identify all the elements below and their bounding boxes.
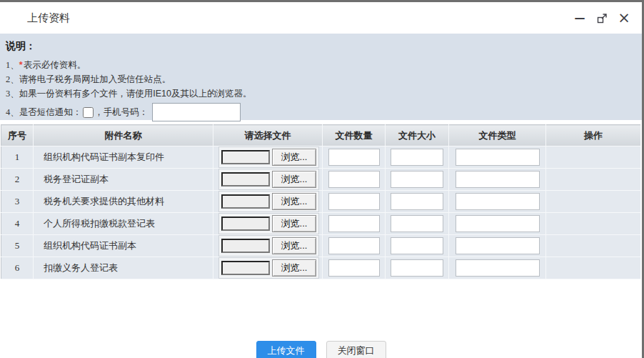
file-path-field[interactable] — [221, 217, 270, 231]
instruction-text: 表示必传资料。 — [24, 60, 86, 70]
maximize-icon[interactable] — [594, 10, 610, 26]
expand-icon — [597, 13, 608, 24]
file-count-field[interactable] — [328, 171, 380, 188]
header-seq: 序号 — [1, 125, 34, 146]
file-path-field[interactable] — [221, 150, 270, 164]
browse-button[interactable]: 浏览... — [272, 215, 316, 232]
row-number: 2 — [1, 169, 34, 191]
instruction-number: 3、 — [6, 89, 19, 99]
browse-button[interactable]: 浏览... — [272, 237, 316, 254]
table-row: 4 个人所得税扣缴税款登记表 浏览... — [1, 213, 641, 235]
table-row: 2 税务登记证副本 浏览... — [1, 169, 641, 191]
instruction-line-2: 2、请将电子税务局网址加入受信任站点。 — [6, 72, 633, 86]
browse-button[interactable]: 浏览... — [272, 149, 316, 166]
attachment-name: 组织机构代码证书副本复印件 — [34, 146, 213, 169]
dialog-title: 上传资料 — [27, 11, 70, 25]
instruction-number: 4、 — [6, 105, 19, 119]
header-file-type: 文件类型 — [449, 125, 546, 146]
instructions-panel: 说明： 1、*表示必传资料。 2、请将电子税务局网址加入受信任站点。 3、如果一… — [0, 34, 642, 120]
footer-actions: 上传文件 关闭窗口 — [0, 341, 642, 358]
file-count-field[interactable] — [328, 193, 380, 210]
file-input-widget: 浏览... — [218, 213, 319, 234]
row-number: 1 — [1, 146, 34, 169]
file-input-widget: 浏览... — [218, 235, 319, 257]
upload-files-button[interactable]: 上传文件 — [256, 341, 316, 358]
browse-button[interactable]: 浏览... — [272, 193, 316, 210]
file-type-field[interactable] — [456, 193, 540, 210]
operation-cell — [546, 257, 641, 279]
file-input-widget: 浏览... — [218, 191, 319, 212]
operation-cell — [546, 235, 641, 257]
attachment-name: 税务登记证副本 — [34, 169, 213, 191]
operation-cell — [546, 191, 641, 213]
header-file-size: 文件大小 — [386, 125, 449, 146]
attachment-name: 组织机构代码证书副本 — [34, 235, 213, 257]
attachments-table: 序号 附件名称 请选择文件 文件数量 文件大小 文件类型 操作 1 组织机构代码… — [1, 124, 641, 279]
file-path-field[interactable] — [221, 261, 270, 275]
file-size-field[interactable] — [391, 171, 443, 188]
file-count-field[interactable] — [328, 215, 380, 232]
attachment-name: 扣缴义务人登记表 — [34, 257, 213, 279]
file-type-field[interactable] — [456, 237, 540, 254]
file-type-field[interactable] — [456, 171, 540, 188]
row-number: 6 — [1, 257, 34, 279]
file-input-widget: 浏览... — [218, 169, 319, 190]
instruction-text: 如果一份资料有多个文件，请使用IE10及其以上的浏览器。 — [19, 89, 252, 99]
instruction-line-3: 3、如果一份资料有多个文件，请使用IE10及其以上的浏览器。 — [6, 86, 633, 101]
file-path-field[interactable] — [221, 172, 270, 187]
instructions-heading: 说明： — [6, 40, 633, 53]
table-row: 6 扣缴义务人登记表 浏览... — [1, 257, 641, 279]
table-row: 5 组织机构代码证书副本 浏览... — [1, 235, 641, 257]
file-count-field[interactable] — [328, 259, 380, 277]
file-path-field[interactable] — [221, 239, 270, 253]
titlebar: 上传资料 — × — [0, 2, 642, 34]
instruction-number: 1、 — [6, 60, 19, 70]
file-count-field[interactable] — [328, 237, 380, 254]
file-type-field[interactable] — [456, 259, 540, 277]
minimize-icon[interactable]: — — [572, 10, 588, 26]
required-star: * — [19, 60, 23, 70]
file-input-widget: 浏览... — [218, 257, 319, 279]
window-controls: — × — [572, 10, 632, 26]
file-count-field[interactable] — [328, 149, 380, 166]
operation-cell — [546, 169, 641, 191]
operation-cell — [546, 213, 641, 235]
instruction-text: 请将电子税务局网址加入受信任站点。 — [19, 74, 171, 84]
close-icon[interactable]: × — [616, 10, 632, 26]
file-type-field[interactable] — [456, 215, 540, 232]
operation-cell — [546, 146, 641, 169]
attachment-name: 税务机关要求提供的其他材料 — [34, 191, 213, 213]
file-type-field[interactable] — [456, 149, 540, 166]
close-window-button[interactable]: 关闭窗口 — [326, 341, 386, 358]
header-operation: 操作 — [546, 125, 641, 146]
phone-number-label: 手机号码： — [104, 105, 149, 119]
file-size-field[interactable] — [391, 149, 443, 166]
browse-button[interactable]: 浏览... — [272, 259, 316, 277]
row-number: 4 — [1, 213, 34, 235]
row-number: 3 — [1, 191, 34, 213]
upload-dialog-window: 上传资料 — × 说明： 1、*表示必传资料。 2、请将电子税务局网址加入受信任… — [0, 0, 644, 358]
row-number: 5 — [1, 235, 34, 257]
table-header-row: 序号 附件名称 请选择文件 文件数量 文件大小 文件类型 操作 — [1, 125, 641, 146]
comma-separator: ， — [94, 105, 104, 119]
file-size-field[interactable] — [391, 237, 443, 254]
file-size-field[interactable] — [391, 215, 443, 232]
file-size-field[interactable] — [391, 259, 443, 277]
file-input-widget: 浏览... — [218, 146, 319, 168]
file-size-field[interactable] — [391, 193, 443, 210]
header-attachment-name: 附件名称 — [34, 125, 213, 146]
browse-button[interactable]: 浏览... — [272, 171, 316, 188]
header-select-file: 请选择文件 — [213, 125, 323, 146]
file-path-field[interactable] — [221, 194, 270, 209]
sms-notify-label: 是否短信通知： — [19, 105, 82, 119]
table-row: 1 组织机构代码证书副本复印件 浏览... — [1, 146, 641, 169]
instruction-number: 2、 — [6, 74, 19, 84]
instruction-line-4: 4、 是否短信通知： ， 手机号码： — [6, 103, 633, 121]
header-file-count: 文件数量 — [323, 125, 386, 146]
phone-number-input[interactable] — [152, 103, 241, 121]
instruction-line-1: 1、*表示必传资料。 — [6, 58, 633, 72]
attachment-name: 个人所得税扣缴税款登记表 — [34, 213, 213, 235]
sms-notify-checkbox[interactable] — [83, 107, 94, 118]
table-row: 3 税务机关要求提供的其他材料 浏览... — [1, 191, 641, 213]
